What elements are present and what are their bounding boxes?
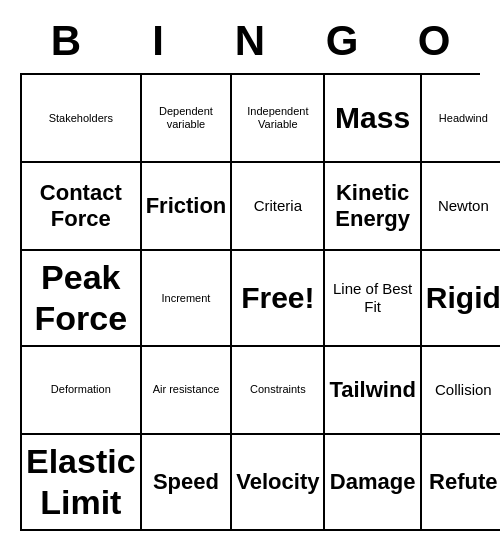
bingo-cell-1: Dependent variable — [142, 75, 233, 163]
bingo-cell-6: Friction — [142, 163, 233, 251]
cell-text-11: Increment — [162, 292, 211, 305]
cell-text-7: Criteria — [254, 197, 302, 215]
bingo-cell-17: Constraints — [232, 347, 325, 435]
cell-text-17: Constraints — [250, 383, 306, 396]
header-letter-B: B — [20, 13, 112, 69]
cell-text-4: Headwind — [439, 112, 488, 125]
bingo-cell-4: Headwind — [422, 75, 500, 163]
header-letter-O: O — [388, 13, 480, 69]
bingo-cell-18: Tailwind — [325, 347, 421, 435]
cell-text-0: Stakeholders — [49, 112, 113, 125]
bingo-cell-3: Mass — [325, 75, 421, 163]
cell-text-1: Dependent variable — [146, 105, 227, 131]
bingo-cell-9: Newton — [422, 163, 500, 251]
bingo-cell-14: Rigid — [422, 251, 500, 347]
cell-text-9: Newton — [438, 197, 489, 215]
bingo-card: BINGO StakeholdersDependent variableInde… — [10, 3, 490, 540]
bingo-cell-15: Deformation — [22, 347, 142, 435]
cell-text-18: Tailwind — [329, 377, 415, 403]
cell-text-12: Free! — [241, 280, 314, 316]
cell-text-22: Velocity — [236, 469, 319, 495]
bingo-cell-8: Kinetic Energy — [325, 163, 421, 251]
bingo-cell-21: Speed — [142, 435, 233, 531]
cell-text-3: Mass — [335, 100, 410, 136]
bingo-grid: StakeholdersDependent variableIndependen… — [20, 73, 480, 530]
bingo-cell-20: Elastic Limit — [22, 435, 142, 531]
cell-text-23: Damage — [330, 469, 416, 495]
bingo-cell-22: Velocity — [232, 435, 325, 531]
header-letter-N: N — [204, 13, 296, 69]
cell-text-6: Friction — [146, 193, 227, 219]
bingo-cell-2: Independent Variable — [232, 75, 325, 163]
bingo-cell-13: Line of Best Fit — [325, 251, 421, 347]
header-letter-I: I — [112, 13, 204, 69]
bingo-cell-19: Collision — [422, 347, 500, 435]
bingo-cell-10: Peak Force — [22, 251, 142, 347]
bingo-header: BINGO — [20, 13, 480, 69]
cell-text-24: Refute — [429, 469, 497, 495]
cell-text-21: Speed — [153, 469, 219, 495]
bingo-cell-16: Air resistance — [142, 347, 233, 435]
bingo-cell-5: Contact Force — [22, 163, 142, 251]
cell-text-20: Elastic Limit — [26, 441, 136, 523]
bingo-cell-7: Criteria — [232, 163, 325, 251]
cell-text-10: Peak Force — [26, 257, 136, 339]
cell-text-19: Collision — [435, 381, 492, 399]
cell-text-14: Rigid — [426, 280, 500, 316]
bingo-cell-0: Stakeholders — [22, 75, 142, 163]
header-letter-G: G — [296, 13, 388, 69]
cell-text-8: Kinetic Energy — [329, 180, 415, 233]
cell-text-5: Contact Force — [26, 180, 136, 233]
bingo-cell-11: Increment — [142, 251, 233, 347]
cell-text-15: Deformation — [51, 383, 111, 396]
cell-text-13: Line of Best Fit — [329, 280, 415, 316]
cell-text-16: Air resistance — [153, 383, 220, 396]
bingo-cell-23: Damage — [325, 435, 421, 531]
cell-text-2: Independent Variable — [236, 105, 319, 131]
bingo-cell-24: Refute — [422, 435, 500, 531]
bingo-cell-12: Free! — [232, 251, 325, 347]
